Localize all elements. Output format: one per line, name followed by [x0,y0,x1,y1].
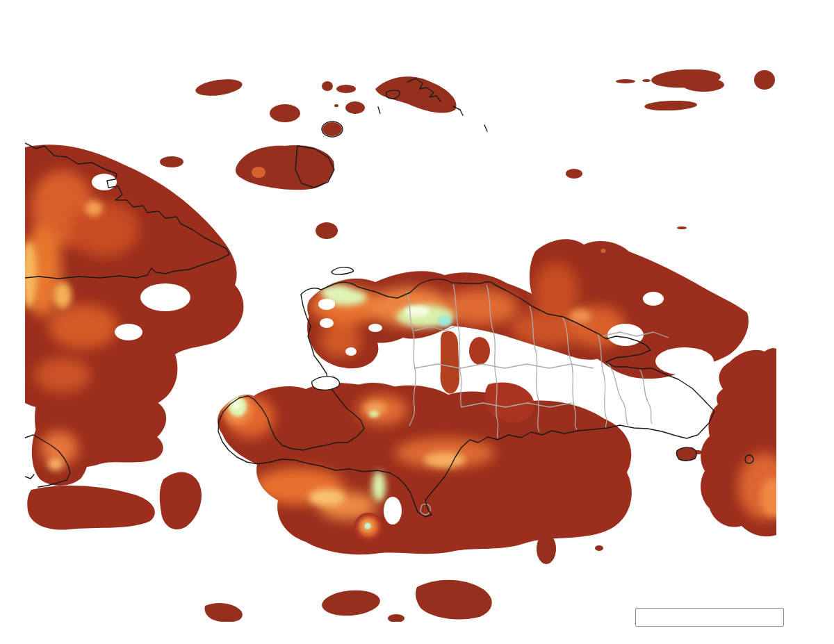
dr-patch-small [469,337,490,365]
gonave-island [312,377,340,390]
forecast-map [0,0,834,644]
diagonal-blob [160,472,202,529]
sispi-onamet-logo [635,608,784,627]
wrf-forecast-page [0,0,834,644]
saona-island [676,447,696,461]
dr-central-tongue [440,331,459,393]
island-dash-2 [484,125,487,131]
southwest-band [27,486,155,530]
south-sea-mass [218,383,632,554]
convective-cell-ring [354,513,383,542]
island-dash-1 [378,107,380,113]
jamaica-coastline-fork [25,474,34,479]
tortuga-island [332,267,353,275]
